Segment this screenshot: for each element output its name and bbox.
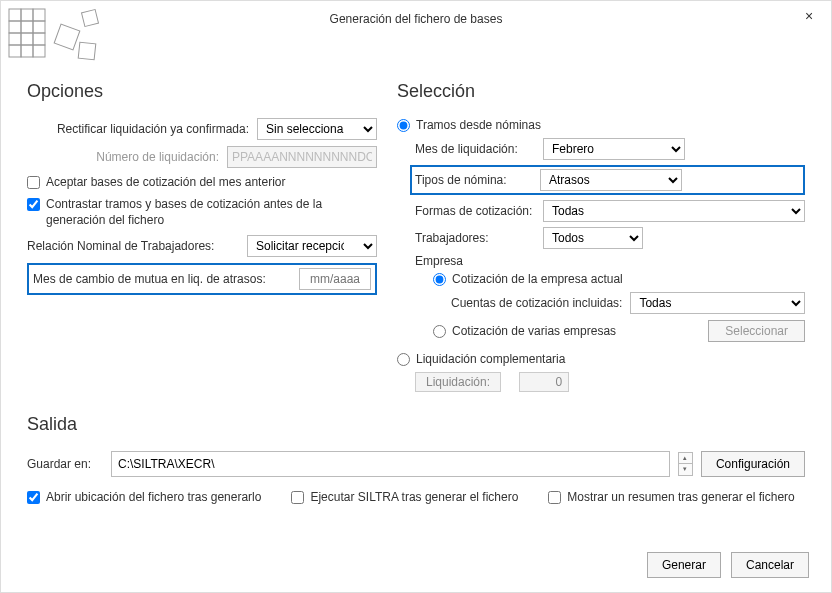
- guardar-input[interactable]: [111, 451, 670, 477]
- aceptar-bases-label: Aceptar bases de cotización del mes ante…: [46, 174, 285, 190]
- liq-field-label: Liquidación:: [415, 372, 501, 392]
- ejecutar-siltra-label: Ejecutar SILTRA tras generar el fichero: [310, 489, 518, 505]
- mes-cambio-label: Mes de cambio de mutua en liq. de atraso…: [33, 272, 299, 286]
- cot-varias-label: Cotización de varias empresas: [452, 324, 702, 338]
- svg-rect-9: [9, 45, 21, 57]
- config-button[interactable]: Configuración: [701, 451, 805, 477]
- contrastar-label: Contrastar tramos y bases de cotización …: [46, 196, 377, 228]
- mostrar-resumen-checkbox[interactable]: [548, 491, 561, 504]
- liq-comp-label: Liquidación complementaria: [416, 352, 565, 366]
- numero-liq-input: [227, 146, 377, 168]
- formas-combo[interactable]: Todas: [543, 200, 805, 222]
- liq-comp-radio[interactable]: [397, 353, 410, 366]
- tramos-radio[interactable]: [397, 119, 410, 132]
- tramos-label: Tramos desde nóminas: [416, 118, 541, 132]
- svg-rect-10: [21, 45, 33, 57]
- trabajadores-combo[interactable]: Todos: [543, 227, 643, 249]
- salida-heading: Salida: [27, 414, 805, 435]
- aceptar-bases-checkbox[interactable]: [27, 176, 40, 189]
- svg-rect-14: [78, 42, 96, 60]
- cot-varias-radio[interactable]: [433, 325, 446, 338]
- mes-cambio-input[interactable]: [299, 268, 371, 290]
- relacion-combo[interactable]: Solicitar recepció: [247, 235, 377, 257]
- cot-actual-radio[interactable]: [433, 273, 446, 286]
- tipos-nomina-combo[interactable]: Atrasos: [540, 169, 682, 191]
- window-title: Generación del fichero de bases: [330, 12, 503, 26]
- cuentas-label: Cuentas de cotización incluidas:: [451, 296, 622, 310]
- abrir-ubicacion-label: Abrir ubicación del fichero tras generar…: [46, 489, 261, 505]
- liq-field-value: 0: [519, 372, 569, 392]
- path-spinner[interactable]: ▴ ▾: [678, 451, 693, 477]
- trabajadores-label: Trabajadores:: [415, 231, 543, 245]
- rectificar-combo[interactable]: Sin seleccionar: [257, 118, 377, 140]
- tipos-nomina-label: Tipos de nómina:: [415, 173, 540, 187]
- guardar-label: Guardar en:: [27, 457, 103, 471]
- opciones-heading: Opciones: [27, 81, 377, 102]
- cuentas-combo[interactable]: Todas: [630, 292, 805, 314]
- generar-button[interactable]: Generar: [647, 552, 721, 578]
- relacion-label: Relación Nominal de Trabajadores:: [27, 239, 247, 253]
- ejecutar-siltra-checkbox[interactable]: [291, 491, 304, 504]
- title-bar: Generación del fichero de bases ×: [1, 1, 831, 37]
- formas-label: Formas de cotización:: [415, 204, 543, 218]
- empresa-label: Empresa: [415, 254, 805, 268]
- cot-actual-label: Cotización de la empresa actual: [452, 272, 623, 286]
- mes-liq-combo[interactable]: Febrero: [543, 138, 685, 160]
- spin-up-icon[interactable]: ▴: [678, 452, 693, 464]
- seleccion-heading: Selección: [397, 81, 805, 102]
- abrir-ubicacion-checkbox[interactable]: [27, 491, 40, 504]
- spin-down-icon[interactable]: ▾: [678, 464, 693, 476]
- contrastar-checkbox[interactable]: [27, 198, 40, 211]
- close-icon[interactable]: ×: [799, 7, 819, 27]
- mostrar-resumen-label: Mostrar un resumen tras generar el fiche…: [567, 489, 794, 505]
- cancelar-button[interactable]: Cancelar: [731, 552, 809, 578]
- numero-liq-label: Número de liquidación:: [27, 150, 227, 164]
- rectificar-label: Rectificar liquidación ya confirmada:: [27, 122, 257, 136]
- svg-rect-11: [33, 45, 45, 57]
- seleccionar-button: Seleccionar: [708, 320, 805, 342]
- mes-liq-label: Mes de liquidación:: [415, 142, 543, 156]
